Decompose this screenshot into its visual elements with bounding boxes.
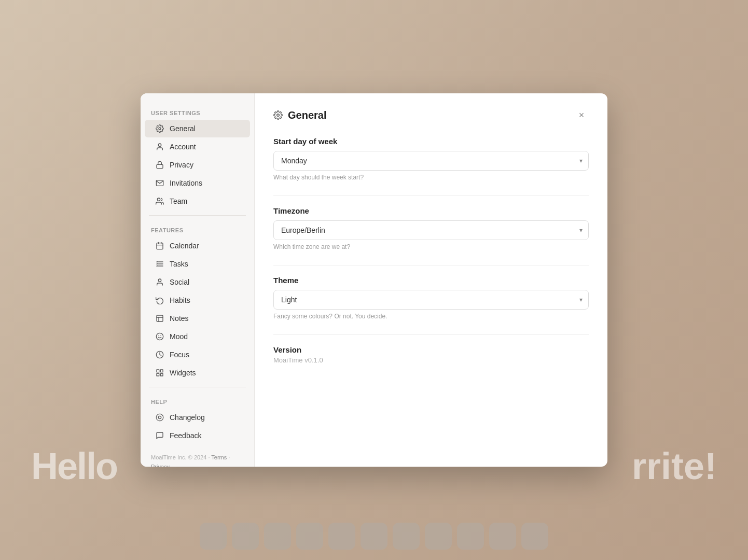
form-divider-3 — [273, 334, 589, 335]
changelog-icon — [155, 413, 164, 422]
start-day-select[interactable]: Monday Tuesday Wednesday Thursday Friday… — [273, 151, 589, 171]
sidebar-feedback-label: Feedback — [170, 431, 201, 440]
svg-point-15 — [156, 333, 163, 340]
sidebar-divider-1 — [149, 215, 246, 216]
sidebar-item-social[interactable]: Social — [145, 273, 250, 291]
start-day-select-wrapper: Monday Tuesday Wednesday Thursday Friday… — [273, 151, 589, 171]
svg-point-23 — [156, 414, 163, 421]
sidebar-item-tasks[interactable]: Tasks — [145, 255, 250, 273]
sidebar-item-focus[interactable]: Focus — [145, 346, 250, 363]
sidebar-changelog-label: Changelog — [170, 413, 205, 422]
sidebar-item-team[interactable]: Team — [145, 192, 250, 210]
start-day-label: Start day of week — [273, 137, 589, 146]
footer-privacy-link[interactable]: Privacy — [151, 464, 170, 467]
svg-rect-19 — [160, 370, 163, 372]
tasks-icon — [155, 259, 164, 269]
user-settings-label: User Settings — [141, 104, 254, 119]
timezone-label: Timezone — [273, 206, 589, 215]
sidebar-item-privacy[interactable]: Privacy — [145, 156, 250, 174]
modal-backdrop: User Settings General — [0, 0, 748, 560]
settings-main: General × Start day of week Monday Tuesd… — [255, 93, 607, 467]
svg-rect-12 — [157, 315, 163, 321]
svg-point-24 — [277, 114, 280, 117]
people-icon — [155, 197, 164, 206]
svg-rect-2 — [157, 164, 163, 168]
main-title-container: General — [273, 109, 326, 121]
sidebar-account-label: Account — [170, 143, 196, 151]
sidebar-widgets-label: Widgets — [170, 369, 196, 377]
sidebar-invitations-label: Invitations — [170, 179, 202, 187]
footer-terms-link[interactable]: Terms — [211, 454, 227, 460]
focus-icon — [155, 350, 164, 359]
svg-point-11 — [158, 279, 161, 282]
theme-select[interactable]: Light Dark System — [273, 290, 589, 310]
svg-point-3 — [157, 198, 160, 201]
svg-rect-18 — [157, 370, 159, 372]
svg-point-1 — [158, 144, 161, 146]
sidebar-focus-label: Focus — [170, 351, 189, 359]
form-divider-1 — [273, 195, 589, 196]
help-label: Help — [141, 393, 254, 408]
sidebar-habits-label: Habits — [170, 296, 190, 304]
sidebar-divider-2 — [149, 387, 246, 387]
footer-copyright: MoaiTime Inc. © 2024 · — [151, 454, 210, 460]
sidebar-item-changelog[interactable]: Changelog — [145, 409, 250, 426]
theme-section: Theme Light Dark System ▾ Fancy some col… — [273, 276, 589, 320]
main-header: General × — [273, 108, 589, 122]
habits-icon — [155, 296, 164, 305]
sidebar-item-account[interactable]: Account — [145, 138, 250, 156]
sidebar-privacy-label: Privacy — [170, 161, 193, 169]
svg-rect-4 — [157, 243, 163, 249]
sidebar-item-widgets[interactable]: Widgets — [145, 364, 250, 382]
settings-sidebar: User Settings General — [141, 93, 255, 467]
sidebar-footer: MoaiTime Inc. © 2024 · Terms · Privacy — [141, 445, 254, 467]
footer-sep: · — [228, 454, 230, 460]
title-gear-icon — [273, 110, 283, 120]
mail-icon — [155, 178, 164, 188]
sidebar-item-general[interactable]: General — [145, 120, 250, 137]
sidebar-mood-label: Mood — [170, 332, 188, 341]
theme-select-wrapper: Light Dark System ▾ — [273, 290, 589, 310]
sidebar-item-mood[interactable]: Mood — [145, 328, 250, 345]
sidebar-item-notes[interactable]: Notes — [145, 310, 250, 327]
gear-icon — [155, 124, 164, 133]
sidebar-notes-label: Notes — [170, 314, 189, 323]
svg-rect-21 — [157, 373, 159, 376]
lock-icon — [155, 160, 164, 170]
close-button[interactable]: × — [574, 108, 589, 122]
sidebar-calendar-label: Calendar — [170, 242, 199, 250]
version-label: Version — [273, 345, 589, 354]
svg-point-0 — [159, 128, 161, 130]
timezone-select[interactable]: Europe/Berlin UTC America/New_York Ameri… — [273, 220, 589, 240]
theme-label: Theme — [273, 276, 589, 285]
sidebar-social-label: Social — [170, 278, 189, 286]
form-divider-2 — [273, 265, 589, 265]
sidebar-general-label: General — [170, 124, 196, 133]
sidebar-item-feedback[interactable]: Feedback — [145, 427, 250, 444]
mood-icon — [155, 332, 164, 341]
timezone-hint: Which time zone are we at? — [273, 243, 589, 250]
start-day-hint: What day should the week start? — [273, 174, 589, 181]
social-icon — [155, 277, 164, 287]
person-icon — [155, 142, 164, 151]
theme-hint: Fancy some colours? Or not. You decide. — [273, 313, 589, 320]
version-value: MoaiTime v0.1.0 — [273, 356, 589, 364]
page-title: General — [288, 109, 326, 121]
sidebar-team-label: Team — [170, 197, 187, 205]
start-day-section: Start day of week Monday Tuesday Wednesd… — [273, 137, 589, 181]
features-label: Features — [141, 221, 254, 236]
notes-icon — [155, 314, 164, 323]
sidebar-item-calendar[interactable]: Calendar — [145, 237, 250, 255]
settings-modal: User Settings General — [141, 93, 607, 467]
version-section: Version MoaiTime v0.1.0 — [273, 345, 589, 364]
widgets-icon — [155, 368, 164, 377]
calendar-icon — [155, 241, 164, 250]
svg-point-22 — [158, 416, 161, 418]
timezone-section: Timezone Europe/Berlin UTC America/New_Y… — [273, 206, 589, 250]
sidebar-item-habits[interactable]: Habits — [145, 291, 250, 309]
svg-rect-20 — [160, 373, 163, 376]
sidebar-tasks-label: Tasks — [170, 260, 188, 268]
sidebar-item-invitations[interactable]: Invitations — [145, 174, 250, 192]
feedback-icon — [155, 431, 164, 440]
timezone-select-wrapper: Europe/Berlin UTC America/New_York Ameri… — [273, 220, 589, 240]
